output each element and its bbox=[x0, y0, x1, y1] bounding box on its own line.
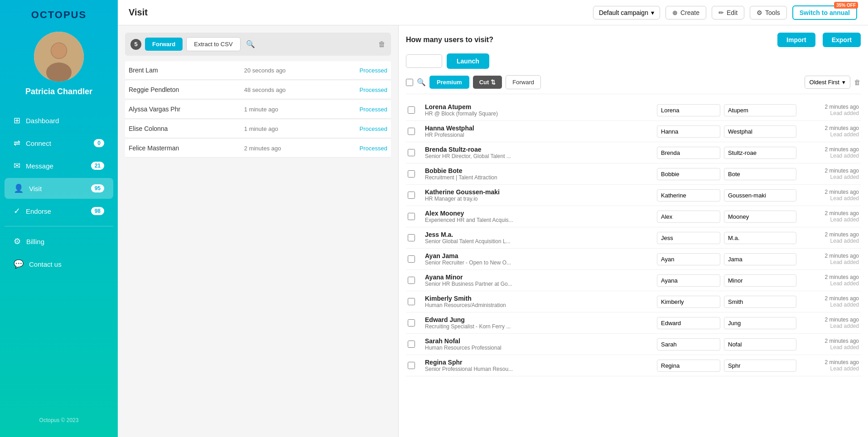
top-header: Visit Default campaign ▾ ⊕ Create ✏ Edit… bbox=[118, 0, 868, 25]
lead-first-name-input[interactable] bbox=[657, 147, 720, 159]
visit-icon: 👤 bbox=[14, 183, 24, 193]
launch-row: Launch bbox=[406, 53, 861, 69]
lead-checkbox[interactable] bbox=[408, 213, 415, 220]
lead-checkbox[interactable] bbox=[408, 106, 415, 114]
lead-checkbox[interactable] bbox=[408, 234, 415, 241]
lead-subtitle: Senior Global Talent Acquisition L... bbox=[425, 238, 529, 245]
visit-name: Alyssa Vargas Phr bbox=[129, 106, 244, 113]
lead-checkbox[interactable] bbox=[408, 255, 415, 263]
lead-first-name-input[interactable] bbox=[657, 168, 720, 180]
export-button[interactable]: Export bbox=[823, 33, 861, 47]
lead-checkbox[interactable] bbox=[408, 170, 415, 178]
connect-badge: 0 bbox=[94, 139, 104, 147]
visit-count-input[interactable] bbox=[406, 54, 442, 68]
lead-last-name-input[interactable] bbox=[724, 168, 796, 180]
delete-leads-button[interactable]: 🗑 bbox=[854, 78, 861, 86]
forward-button[interactable]: Forward bbox=[145, 38, 183, 51]
lead-last-name-input[interactable] bbox=[724, 253, 796, 265]
lead-row: Ayan Jama Senior Recruiter - Open to New… bbox=[406, 249, 861, 270]
edit-button[interactable]: ✏ Edit bbox=[712, 6, 744, 19]
left-panel: 5 Forward Extract to CSV 🔍 🗑 Brent Lam 2… bbox=[118, 25, 399, 437]
lead-last-name-input[interactable] bbox=[724, 232, 796, 244]
lead-row: Edward Jung Recruiting Specialist - Korn… bbox=[406, 312, 861, 334]
lead-first-name-input[interactable] bbox=[657, 338, 720, 351]
lead-row: Alex Mooney Experienced HR and Talent Ac… bbox=[406, 206, 861, 227]
lead-last-name-input[interactable] bbox=[724, 104, 796, 116]
create-button[interactable]: ⊕ Create bbox=[665, 6, 706, 19]
switch-annual-button[interactable]: 35% OFF Switch to annual bbox=[792, 5, 857, 20]
lead-first-name-input[interactable] bbox=[657, 360, 720, 372]
extract-csv-button[interactable]: Extract to CSV bbox=[186, 37, 240, 51]
lead-checkbox[interactable] bbox=[408, 192, 415, 199]
leads-list: Lorena Atupem HR @ Block (formally Squar… bbox=[406, 100, 861, 430]
lead-first-name-input[interactable] bbox=[657, 211, 720, 223]
lead-first-name-input[interactable] bbox=[657, 125, 720, 138]
forward-sm-button[interactable]: Forward bbox=[506, 75, 541, 89]
lead-time: 2 minutes ago Lead added bbox=[800, 146, 859, 159]
edit-icon: ✏ bbox=[719, 9, 724, 16]
campaign-dropdown[interactable]: Default campaign ▾ bbox=[593, 6, 660, 19]
lead-checkbox[interactable] bbox=[408, 319, 415, 327]
lead-checkbox[interactable] bbox=[408, 341, 415, 348]
lead-subtitle: HR Professional bbox=[425, 132, 529, 138]
lead-time: 2 minutes ago Lead added bbox=[800, 125, 859, 138]
tools-button[interactable]: ⚙ Tools bbox=[750, 6, 787, 19]
select-all-checkbox[interactable] bbox=[406, 79, 413, 86]
filter-search-icon[interactable]: 🔍 bbox=[417, 78, 426, 86]
tools-label: Tools bbox=[765, 9, 780, 16]
visit-badge: 95 bbox=[91, 184, 104, 192]
lead-time-label: Lead added bbox=[800, 259, 859, 265]
lead-time-value: 2 minutes ago bbox=[800, 317, 859, 323]
lead-checkbox[interactable] bbox=[408, 298, 415, 305]
lead-first-name-input[interactable] bbox=[657, 296, 720, 308]
lead-first-name-input[interactable] bbox=[657, 274, 720, 287]
lead-last-name-input[interactable] bbox=[724, 147, 796, 159]
sidebar-item-endorse[interactable]: ✓ Endorse 98 bbox=[5, 201, 113, 221]
lead-name: Hanna Westphal bbox=[425, 125, 653, 132]
lead-subtitle: Senior HR Business Partner at Go... bbox=[425, 281, 529, 287]
visit-time: 2 minutes ago bbox=[244, 145, 360, 152]
lead-time: 2 minutes ago Lead added bbox=[800, 295, 859, 308]
delete-button[interactable]: 🗑 bbox=[378, 40, 386, 48]
visit-name: Felice Masterman bbox=[129, 144, 244, 152]
lead-last-name-input[interactable] bbox=[724, 189, 796, 202]
sort-label: Oldest First bbox=[810, 79, 839, 86]
lead-checkbox[interactable] bbox=[408, 149, 415, 156]
lead-last-name-input[interactable] bbox=[724, 211, 796, 223]
visit-row: Alyssa Vargas Phr 1 minute ago Processed bbox=[125, 100, 391, 119]
lead-first-name-input[interactable] bbox=[657, 189, 720, 202]
sidebar-item-visit[interactable]: 👤 Visit 95 bbox=[5, 178, 113, 199]
lead-time-value: 2 minutes ago bbox=[800, 253, 859, 259]
cut-button[interactable]: Cut ⇅ bbox=[473, 76, 502, 89]
lead-last-name-input[interactable] bbox=[724, 125, 796, 138]
lead-first-name-input[interactable] bbox=[657, 104, 720, 116]
lead-last-name-input[interactable] bbox=[724, 296, 796, 308]
sidebar-item-billing[interactable]: ⚙ Billing bbox=[5, 231, 113, 252]
sidebar-footer: Octopus © 2023 bbox=[39, 417, 79, 428]
lead-last-name-input[interactable] bbox=[724, 338, 796, 351]
visit-count: 5 bbox=[130, 39, 141, 50]
sidebar-item-dashboard[interactable]: ⊞ Dashboard bbox=[5, 110, 113, 131]
lead-checkbox[interactable] bbox=[408, 128, 415, 135]
lead-first-name-input[interactable] bbox=[657, 253, 720, 265]
lead-last-name-input[interactable] bbox=[724, 317, 796, 329]
visit-name: Brent Lam bbox=[129, 67, 244, 74]
lead-checkbox[interactable] bbox=[408, 277, 415, 284]
lead-last-name-input[interactable] bbox=[724, 360, 796, 372]
lead-first-name-input[interactable] bbox=[657, 317, 720, 329]
cut-label: Cut bbox=[479, 79, 489, 86]
import-button[interactable]: Import bbox=[777, 33, 815, 47]
search-button[interactable]: 🔍 bbox=[244, 38, 257, 50]
lead-first-name-input[interactable] bbox=[657, 232, 720, 244]
lead-name: Ayan Jama bbox=[425, 252, 653, 259]
sort-arrows-icon: ⇅ bbox=[491, 79, 496, 86]
launch-button[interactable]: Launch bbox=[447, 53, 489, 69]
sort-dropdown[interactable]: Oldest First ▾ bbox=[805, 76, 850, 89]
lead-checkbox[interactable] bbox=[408, 362, 415, 369]
lead-time-value: 2 minutes ago bbox=[800, 104, 859, 110]
sidebar-item-message[interactable]: ✉ Message 21 bbox=[5, 155, 113, 176]
sidebar-item-contact[interactable]: 💬 Contact us bbox=[5, 254, 113, 274]
lead-last-name-input[interactable] bbox=[724, 274, 796, 287]
premium-filter-button[interactable]: Premium bbox=[429, 76, 469, 89]
sidebar-item-connect[interactable]: ⇌ Connect 0 bbox=[5, 133, 113, 154]
